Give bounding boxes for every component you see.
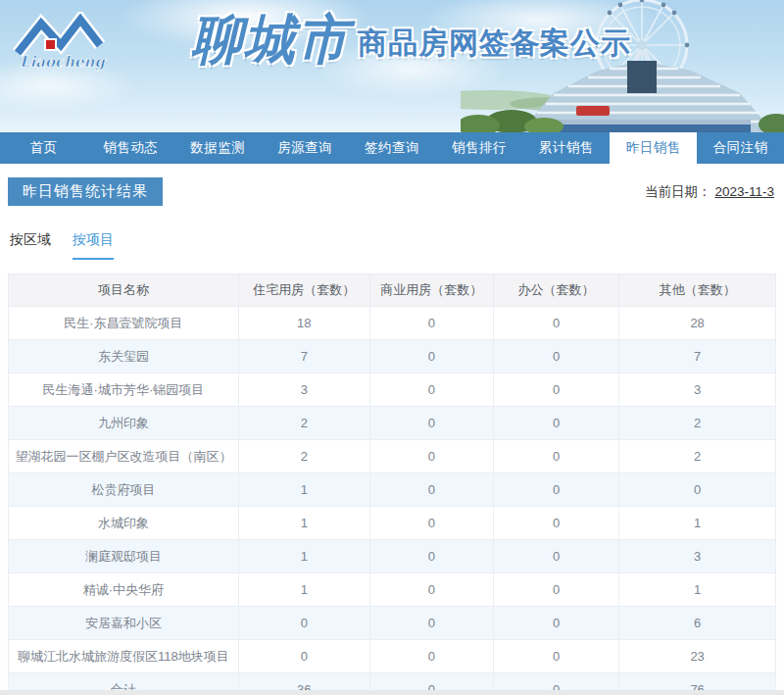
cell-other: 1 bbox=[619, 573, 776, 607]
cell-other: 0 bbox=[619, 473, 776, 507]
cell-commercial: 0 bbox=[369, 640, 493, 673]
cell-office: 0 bbox=[493, 407, 618, 440]
current-date-value[interactable]: 2023-11-3 bbox=[714, 184, 774, 199]
table-row: 民生海通·城市芳华·锦园项目3003 bbox=[9, 373, 776, 407]
table-header-row: 项目名称 住宅用房（套数） 商业用房（套数） 办公（套数） 其他（套数） bbox=[9, 274, 776, 307]
table-row: 精诚·中央华府1001 bbox=[9, 573, 776, 607]
cell-other: 1 bbox=[619, 507, 776, 540]
nav-item-2[interactable]: 数据监测 bbox=[174, 132, 262, 164]
cell-name: 澜庭观邸项目 bbox=[9, 540, 239, 573]
table-row: 九州印象2002 bbox=[9, 407, 776, 440]
cell-commercial: 0 bbox=[369, 407, 493, 440]
cell-residential: 1 bbox=[238, 573, 369, 607]
column-header-office: 办公（套数） bbox=[493, 274, 618, 307]
cell-other: 3 bbox=[619, 540, 776, 573]
cell-name: 聊城江北水城旅游度假区118地块项目 bbox=[9, 640, 239, 673]
column-header-project-name: 项目名称 bbox=[9, 274, 239, 307]
cell-other: 28 bbox=[619, 307, 776, 340]
table-row: 水城印象1001 bbox=[9, 507, 776, 540]
current-date-label: 当前日期： bbox=[645, 184, 711, 199]
table-row: 松贵府项目1000 bbox=[9, 473, 776, 507]
table-row: 澜庭观邸项目1003 bbox=[9, 540, 776, 573]
cell-name: 水城印象 bbox=[9, 507, 239, 540]
cell-residential: 18 bbox=[238, 307, 369, 340]
nav-item-6[interactable]: 累计销售 bbox=[522, 132, 610, 164]
section-title-badge: 昨日销售统计结果 bbox=[8, 177, 163, 206]
logo-script-text: Liaocheng bbox=[20, 53, 107, 71]
column-header-residential: 住宅用房（套数） bbox=[238, 274, 369, 307]
cell-other: 23 bbox=[619, 640, 776, 673]
cell-residential: 1 bbox=[238, 540, 369, 573]
cell-commercial: 0 bbox=[369, 340, 493, 373]
table-row: 聊城江北水城旅游度假区118地块项目00023 bbox=[9, 640, 776, 673]
cell-name: 九州印象 bbox=[9, 407, 239, 440]
cell-name: 精诚·中央华府 bbox=[9, 573, 239, 607]
cell-residential: 2 bbox=[238, 440, 369, 473]
table-row: 民生·东昌壹號院项目180028 bbox=[9, 307, 776, 340]
nav-item-7[interactable]: 昨日销售 bbox=[610, 132, 697, 164]
site-header: Liaocheng 聊城市 商品房网签备案公示 bbox=[0, 0, 784, 132]
cell-office: 0 bbox=[493, 540, 618, 573]
cell-office: 0 bbox=[493, 640, 618, 673]
cell-office: 0 bbox=[493, 307, 618, 340]
cell-office: 0 bbox=[493, 340, 618, 373]
cell-office: 0 bbox=[493, 607, 618, 640]
nav-item-3[interactable]: 房源查询 bbox=[262, 132, 349, 164]
ferris-wheel-building-photo bbox=[461, 0, 784, 132]
cell-commercial: 0 bbox=[369, 573, 493, 607]
cell-name: 东关玺园 bbox=[9, 340, 239, 373]
current-date: 当前日期：2023-11-3 bbox=[645, 183, 774, 201]
cell-name: 民生海通·城市芳华·锦园项目 bbox=[9, 373, 239, 407]
cell-residential: 7 bbox=[238, 340, 369, 373]
table-row: 望湖花园一区棚户区改造项目（南区）2002 bbox=[9, 440, 776, 473]
sales-stats-table: 项目名称 住宅用房（套数） 商业用房（套数） 办公（套数） 其他（套数） 民生·… bbox=[8, 273, 776, 695]
cell-residential: 0 bbox=[238, 640, 369, 673]
cell-residential: 0 bbox=[238, 607, 369, 640]
nav-item-5[interactable]: 销售排行 bbox=[435, 132, 522, 164]
tab-1[interactable]: 按项目 bbox=[73, 231, 114, 260]
page: Liaocheng 聊城市 商品房网签备案公示 首页销售动态数据监测房源查询签约… bbox=[0, 0, 784, 695]
cell-residential: 1 bbox=[238, 507, 369, 540]
cell-office: 0 bbox=[493, 440, 618, 473]
cell-commercial: 0 bbox=[369, 307, 493, 340]
liaocheng-m-logo-icon: Liaocheng bbox=[10, 12, 176, 71]
cell-residential: 2 bbox=[238, 407, 369, 440]
cell-commercial: 0 bbox=[369, 373, 493, 407]
cell-commercial: 0 bbox=[369, 440, 493, 473]
cell-name: 松贵府项目 bbox=[9, 473, 239, 507]
cell-commercial: 0 bbox=[369, 540, 493, 573]
cell-name: 民生·东昌壹號院项目 bbox=[9, 307, 239, 340]
nav-item-0[interactable]: 首页 bbox=[0, 132, 87, 164]
main-navbar: 首页销售动态数据监测房源查询签约查询销售排行累计销售昨日销售合同注销 bbox=[0, 132, 784, 164]
cell-other: 6 bbox=[619, 607, 776, 640]
column-header-other: 其他（套数） bbox=[619, 274, 776, 307]
cell-other: 3 bbox=[619, 373, 776, 407]
cell-other: 7 bbox=[619, 340, 776, 373]
table-row: 安居嘉和小区0006 bbox=[9, 607, 776, 640]
nav-item-8[interactable]: 合同注销 bbox=[697, 132, 784, 164]
cell-other: 2 bbox=[619, 407, 776, 440]
cell-name: 安居嘉和小区 bbox=[9, 607, 239, 640]
column-header-commercial: 商业用房（套数） bbox=[369, 274, 493, 307]
cell-commercial: 0 bbox=[369, 507, 493, 540]
nav-item-1[interactable]: 销售动态 bbox=[87, 132, 174, 164]
cell-commercial: 0 bbox=[369, 607, 493, 640]
cell-office: 0 bbox=[493, 473, 618, 507]
cell-commercial: 0 bbox=[369, 473, 493, 507]
cell-name: 望湖花园一区棚户区改造项目（南区） bbox=[9, 440, 239, 473]
cell-residential: 1 bbox=[238, 473, 369, 507]
page-bottom-strip bbox=[0, 690, 784, 695]
table-row: 东关玺园7007 bbox=[9, 340, 776, 373]
cell-residential: 3 bbox=[238, 373, 369, 407]
nav-item-4[interactable]: 签约查询 bbox=[349, 132, 436, 164]
view-tabs: 按区域按项目 bbox=[8, 231, 776, 260]
tab-0[interactable]: 按区域 bbox=[10, 231, 51, 260]
site-name-calligraphy: 聊城市 bbox=[191, 4, 350, 76]
cell-office: 0 bbox=[493, 573, 618, 607]
cell-office: 0 bbox=[493, 373, 618, 407]
site-title: 商品房网签备案公示 bbox=[358, 24, 631, 64]
cell-office: 0 bbox=[493, 507, 618, 540]
main-content: 昨日销售统计结果 当前日期：2023-11-3 按区域按项目 项目名称 住宅用房… bbox=[0, 164, 784, 695]
cell-other: 2 bbox=[619, 440, 776, 473]
